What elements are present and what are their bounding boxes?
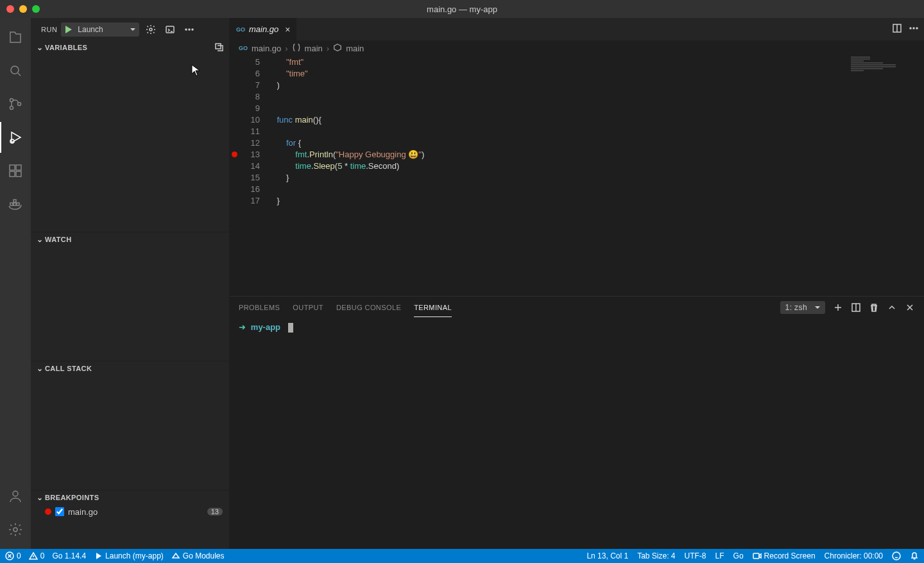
breakpoint-row[interactable]: main.go 13 <box>31 505 229 519</box>
line-number[interactable]: 15 <box>239 173 268 182</box>
search-tab[interactable] <box>0 55 31 86</box>
breakpoints-header[interactable]: ⌄ BREAKPOINTS <box>31 490 229 505</box>
kill-terminal-button[interactable] <box>869 302 879 313</box>
status-encoding[interactable]: UTF-8 <box>685 551 706 560</box>
status-bell-icon[interactable] <box>910 551 919 560</box>
minimap[interactable] <box>847 56 924 296</box>
settings-button[interactable] <box>0 514 31 545</box>
status-tab-size[interactable]: Tab Size: 4 <box>637 551 675 560</box>
line-number[interactable]: 5 <box>239 57 268 67</box>
code-line[interactable]: 14 time.Sleep(5 * time.Second) <box>230 160 924 171</box>
line-number[interactable]: 6 <box>239 69 268 78</box>
code-line[interactable]: 15 } <box>230 171 924 183</box>
line-number[interactable]: 7 <box>239 80 268 90</box>
close-panel-button[interactable] <box>905 302 915 313</box>
code-editor[interactable]: 5 "fmt"6 "time"7 )8910 func main(){1112 … <box>230 56 924 296</box>
accounts-button[interactable] <box>0 481 31 512</box>
run-debug-tab[interactable] <box>0 122 31 153</box>
code-line[interactable]: 12 for { <box>230 137 924 148</box>
code-line[interactable]: 10 func main(){ <box>230 114 924 125</box>
extensions-tab[interactable] <box>0 155 31 186</box>
new-terminal-button[interactable] <box>833 302 843 313</box>
variables-header[interactable]: ⌄ VARIABLES <box>31 40 229 55</box>
status-chronicler[interactable]: Chronicler: 00:00 <box>825 551 883 560</box>
code-line[interactable]: 11 <box>230 125 924 137</box>
breakpoint-dot-icon[interactable] <box>232 152 237 157</box>
status-language[interactable]: Go <box>733 551 744 560</box>
split-terminal-button[interactable] <box>851 302 861 313</box>
svg-point-15 <box>150 28 152 31</box>
svg-point-23 <box>913 28 914 29</box>
start-debug-button[interactable] <box>61 24 75 35</box>
line-number[interactable]: 17 <box>239 196 268 205</box>
watch-header[interactable]: ⌄ WATCH <box>31 232 229 247</box>
status-go-modules[interactable]: Go Modules <box>171 551 225 560</box>
status-feedback-icon[interactable] <box>892 551 901 560</box>
debug-console-icon[interactable] <box>162 22 178 37</box>
callstack-header[interactable]: ⌄ CALL STACK <box>31 361 229 376</box>
breadcrumbs[interactable]: GO main.go › main › main <box>230 40 924 56</box>
tab-terminal[interactable]: TERMINAL <box>414 299 452 317</box>
svg-point-19 <box>192 29 193 30</box>
status-warnings[interactable]: 0 <box>29 551 45 560</box>
more-icon[interactable] <box>182 22 197 37</box>
symbol-icon <box>333 43 342 54</box>
line-number[interactable]: 11 <box>239 126 268 136</box>
collapse-all-icon[interactable] <box>214 42 224 53</box>
status-cursor-pos[interactable]: Ln 13, Col 1 <box>586 551 628 560</box>
code-line[interactable]: 5 "fmt" <box>230 56 924 67</box>
terminal-select[interactable]: 1: zsh <box>780 301 825 314</box>
run-header: RUN Launch <box>31 18 229 40</box>
line-number[interactable]: 9 <box>239 103 268 113</box>
status-errors[interactable]: 0 <box>5 551 21 560</box>
breadcrumb-symbol[interactable]: main <box>346 44 364 53</box>
docker-tab[interactable] <box>0 189 31 220</box>
source-control-tab[interactable] <box>0 89 31 119</box>
line-number[interactable]: 16 <box>239 184 268 194</box>
namespace-icon <box>292 43 301 54</box>
launch-config-select[interactable]: Launch <box>61 22 139 37</box>
tab-output[interactable]: OUTPUT <box>293 299 323 316</box>
split-editor-icon[interactable] <box>892 23 902 36</box>
code-line[interactable]: 6 "time" <box>230 67 924 79</box>
editor-tab-main-go[interactable]: GO main.go × <box>230 18 297 40</box>
line-number[interactable]: 14 <box>239 161 268 171</box>
close-tab-button[interactable]: × <box>285 24 290 35</box>
line-number[interactable]: 8 <box>239 92 268 101</box>
explorer-tab[interactable] <box>0 22 31 53</box>
maximize-panel-button[interactable] <box>887 302 897 313</box>
code-line[interactable]: 17 } <box>230 195 924 206</box>
prompt-arrow-icon: ➜ <box>239 322 246 332</box>
prompt-cwd: my-app <box>251 322 280 332</box>
minimize-window-button[interactable] <box>19 5 27 13</box>
code-line[interactable]: 13 fmt.Println("Happy Gebugging 😃") <box>230 148 924 160</box>
status-record-screen[interactable]: Record Screen <box>753 551 816 560</box>
code-line[interactable]: 8 <box>230 91 924 102</box>
activity-bar <box>0 18 31 549</box>
close-window-button[interactable] <box>6 5 14 13</box>
terminal-view[interactable]: ➜ my-app <box>230 318 924 549</box>
line-number[interactable]: 13 <box>239 150 268 159</box>
breadcrumb-package[interactable]: main <box>305 44 323 53</box>
gear-icon[interactable] <box>143 22 158 37</box>
code-line[interactable]: 16 <box>230 183 924 195</box>
breadcrumb-file[interactable]: main.go <box>252 44 281 53</box>
code-line[interactable]: 7 ) <box>230 79 924 91</box>
status-launch[interactable]: Launch (my-app) <box>94 551 164 560</box>
more-actions-icon[interactable] <box>909 23 919 36</box>
terminal-cursor <box>288 323 293 333</box>
breakpoint-checkbox[interactable] <box>55 507 64 516</box>
line-number[interactable]: 10 <box>239 115 268 125</box>
breakpoint-file: main.go <box>68 507 203 517</box>
tab-problems[interactable]: PROBLEMS <box>239 299 280 316</box>
line-number[interactable]: 12 <box>239 138 268 148</box>
status-eol[interactable]: LF <box>715 551 724 560</box>
tab-debug-console[interactable]: DEBUG CONSOLE <box>336 299 401 316</box>
svg-point-3 <box>18 103 21 106</box>
svg-rect-27 <box>753 553 759 559</box>
status-go-version[interactable]: Go 1.14.4 <box>52 551 86 560</box>
code-line[interactable]: 9 <box>230 102 924 114</box>
svg-point-18 <box>189 29 190 30</box>
svg-rect-20 <box>216 44 221 49</box>
zoom-window-button[interactable] <box>32 5 40 13</box>
